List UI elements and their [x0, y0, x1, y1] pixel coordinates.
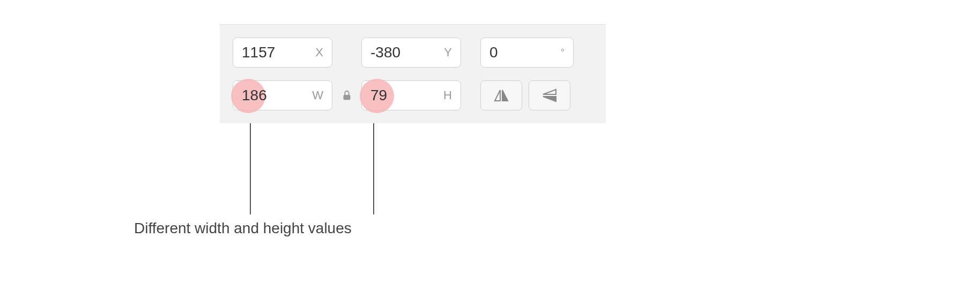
y-input[interactable]: [370, 44, 440, 61]
position-row: X Y °: [233, 38, 593, 68]
height-field[interactable]: H: [361, 80, 461, 110]
flip-button-group: [480, 80, 570, 110]
transform-panel: X Y ° W: [220, 24, 606, 123]
x-input[interactable]: [242, 44, 311, 61]
flip-vertical-button[interactable]: [529, 80, 570, 110]
height-label: H: [443, 88, 452, 102]
size-row: W H: [233, 80, 593, 110]
width-field[interactable]: W: [233, 80, 332, 110]
width-input[interactable]: [242, 87, 308, 104]
flip-vertical-icon: [541, 88, 558, 103]
lock-icon[interactable]: [341, 90, 353, 101]
flip-horizontal-icon: [493, 88, 510, 103]
callout-line-height: [373, 123, 374, 214]
y-field[interactable]: Y: [361, 38, 461, 68]
rotation-input[interactable]: [489, 44, 556, 61]
caption-text: Different width and height values: [134, 220, 352, 237]
svg-rect-0: [344, 95, 351, 100]
x-field[interactable]: X: [233, 38, 332, 68]
callout-line-width: [250, 123, 251, 214]
height-input[interactable]: [370, 87, 439, 104]
rotation-field[interactable]: °: [480, 38, 574, 68]
x-label: X: [315, 46, 323, 60]
flip-horizontal-button[interactable]: [480, 80, 522, 110]
y-label: Y: [444, 46, 452, 60]
degree-label: °: [561, 47, 565, 58]
width-label: W: [312, 88, 323, 102]
